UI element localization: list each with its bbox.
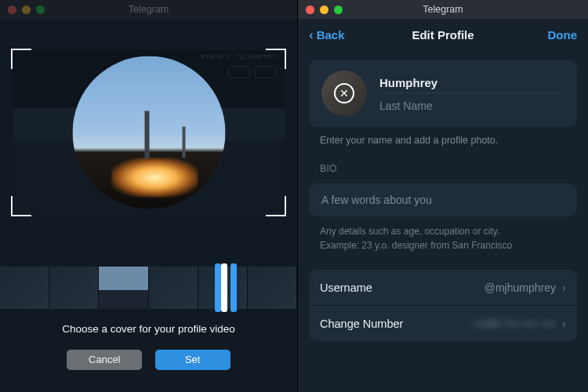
timeline-thumb[interactable] (248, 267, 297, 309)
bio-input[interactable]: A few words about you (321, 194, 564, 206)
crop-handle-tr[interactable] (266, 49, 286, 69)
last-name-input[interactable]: Last Name (379, 93, 564, 114)
remove-photo-icon[interactable]: ✕ (334, 83, 354, 103)
titlebar: Telegram (0, 0, 297, 19)
cancel-button[interactable]: Cancel (67, 350, 142, 370)
crop-handle-tl[interactable] (11, 49, 31, 69)
edit-profile-window: Telegram ‹ Back Edit Profile Done ✕ Hump… (298, 0, 588, 392)
traffic-lights (298, 5, 343, 14)
crop-circle-mask[interactable] (72, 56, 225, 209)
name-hint: Enter your name and add a profile photo. (320, 135, 577, 146)
set-button[interactable]: Set (155, 350, 230, 370)
back-label: Back (317, 28, 345, 42)
minimize-window-icon[interactable] (22, 5, 31, 14)
username-row[interactable]: Username @mjhumphrey › (309, 270, 577, 305)
change-number-row[interactable]: Change Number +256 7•• ••• ••• › (309, 305, 577, 341)
traffic-lights (0, 5, 45, 14)
change-number-label: Change Number (320, 318, 403, 330)
timeline-thumb[interactable] (0, 267, 49, 309)
titlebar: Telegram (298, 0, 588, 19)
close-window-icon[interactable] (8, 5, 16, 14)
timeline-playhead[interactable] (234, 263, 254, 312)
crop-handle-bl[interactable] (11, 196, 31, 216)
timeline-thumb[interactable] (99, 267, 148, 309)
navbar: ‹ Back Edit Profile Done (298, 19, 588, 50)
bio-hint: Any details such as age, occupation or c… (320, 224, 577, 252)
phone-number-value: +256 7•• ••• ••• (473, 318, 556, 330)
bio-card: A few words about you (309, 183, 577, 216)
avatar[interactable]: ✕ (321, 71, 367, 116)
chevron-left-icon: ‹ (309, 28, 314, 42)
fullscreen-window-icon[interactable] (36, 5, 45, 14)
username-value: @mjhumphrey (485, 281, 556, 294)
chevron-right-icon: › (562, 317, 566, 330)
chevron-right-icon: › (562, 281, 566, 294)
first-name-input[interactable]: Humphrey (379, 73, 564, 93)
timeline-thumb[interactable] (49, 267, 99, 309)
fullscreen-window-icon[interactable] (334, 5, 343, 14)
timeline-thumb[interactable] (149, 267, 198, 309)
username-label: Username (320, 281, 372, 294)
video-timeline[interactable] (0, 267, 297, 309)
close-window-icon[interactable] (306, 5, 314, 14)
bio-section-label: BIO (320, 163, 577, 174)
done-button[interactable]: Done (548, 28, 578, 42)
button-row: Cancel Set (0, 350, 297, 370)
settings-list: Username @mjhumphrey › Change Number +25… (309, 270, 577, 341)
minimize-window-icon[interactable] (320, 5, 328, 14)
crop-handle-br[interactable] (266, 196, 286, 216)
prompt-text: Choose a cover for your profile video (0, 323, 297, 335)
video-crop-canvas[interactable]: STAGE 2 TELEMETRY (13, 50, 285, 215)
back-button[interactable]: ‹ Back (309, 28, 345, 42)
name-card: ✕ Humphrey Last Name (309, 60, 577, 127)
cover-picker-window: Telegram STAGE 2 TELEMETRY Choose a cove… (0, 0, 298, 392)
